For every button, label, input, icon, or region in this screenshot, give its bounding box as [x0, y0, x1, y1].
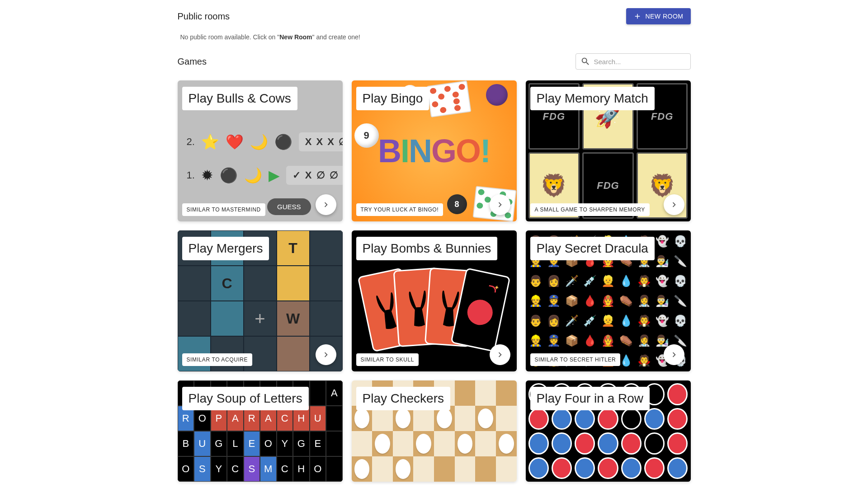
game-card-bombs-bunnies[interactable]: ✦ Play Bombs & Bunnies SIMILAR TO SKULL — [352, 230, 517, 371]
game-card-secret-dracula[interactable]: 👨👩🗡️💉👱💧🧛👻💀👷👮📦🩸👨‍🚒⚰️👩‍⚕️👨‍🔬🔪👨👩🗡️💉👱💧🧛👻💀👷👮📦… — [526, 230, 691, 371]
game-card-bulls-cows[interactable]: 2. ⭐ ❤️ 🌙 ⚫ XXX∅ 1. ✹ ⚫ 🌙 ▶ ✓X∅∅ GUESS P — [178, 80, 343, 221]
card-tag: A SMALL GAME TO SHARPEN MEMORY — [530, 203, 650, 216]
card-title: Play Checkers — [356, 387, 451, 410]
games-grid: 2. ⭐ ❤️ 🌙 ⚫ XXX∅ 1. ✹ ⚫ 🌙 ▶ ✓X∅∅ GUESS P — [178, 80, 691, 482]
card-tag: TRY YOUR LUCK AT BINGO! — [356, 203, 443, 216]
search-box[interactable] — [576, 53, 691, 70]
chevron-right-icon — [495, 350, 505, 360]
card-title: Play Bombs & Bunnies — [356, 237, 498, 260]
card-arrow-button[interactable] — [664, 194, 684, 215]
card-title: Play Memory Match — [530, 87, 655, 110]
card-tag: SIMILAR TO ACQUIRE — [182, 353, 253, 366]
game-card-soup-of-letters[interactable]: AROPARACHU BUGLEOYGE OSYCSMCHO Play Soup… — [178, 380, 343, 482]
card-tag: SIMILAR TO MASTERMIND — [182, 203, 265, 216]
guess-button: GUESS — [267, 198, 311, 215]
game-card-bingo[interactable]: 3 9 8 BINGO! Play Bingo TRY YOUR LUCK AT… — [352, 80, 517, 221]
card-arrow-button[interactable] — [316, 194, 336, 215]
card-title: Play Four in a Row — [530, 387, 650, 410]
card-arrow-button[interactable] — [490, 194, 510, 215]
empty-rooms-message: No public room available. Click on "New … — [180, 33, 691, 41]
new-room-button[interactable]: NEW ROOM — [626, 8, 690, 24]
games-heading: Games — [178, 56, 207, 67]
card-tag: SIMILAR TO SECRET HITLER — [530, 353, 621, 366]
plus-icon — [633, 12, 642, 20]
chevron-right-icon — [495, 200, 505, 210]
game-card-memory-match[interactable]: FDG 🚀 FDG 🦁 FDG 🦁 Play Memory Match A SM… — [526, 80, 691, 221]
public-rooms-heading: Public rooms — [178, 11, 230, 22]
game-card-four-in-a-row[interactable]: Play Four in a Row — [526, 380, 691, 482]
game-card-mergers[interactable]: TC+W Play Mergers SIMILAR TO ACQUIRE — [178, 230, 343, 371]
search-input[interactable] — [594, 58, 686, 66]
new-room-label: NEW ROOM — [645, 13, 683, 20]
chevron-right-icon — [669, 350, 679, 360]
card-title: Play Bingo — [356, 87, 429, 110]
chevron-right-icon — [321, 200, 331, 210]
search-icon — [580, 56, 590, 66]
card-title: Play Secret Dracula — [530, 237, 655, 260]
game-card-checkers[interactable]: Play Checkers — [352, 380, 517, 482]
card-title: Play Soup of Letters — [182, 387, 309, 410]
card-title: Play Bulls & Cows — [182, 87, 297, 110]
card-tag: SIMILAR TO SKULL — [356, 353, 419, 366]
card-arrow-button[interactable] — [490, 344, 510, 365]
card-arrow-button[interactable] — [664, 344, 684, 365]
bingo-logo: BINGO! — [378, 132, 490, 169]
card-title: Play Mergers — [182, 237, 269, 260]
chevron-right-icon — [321, 350, 331, 360]
chevron-right-icon — [669, 200, 679, 210]
card-arrow-button[interactable] — [316, 344, 336, 365]
